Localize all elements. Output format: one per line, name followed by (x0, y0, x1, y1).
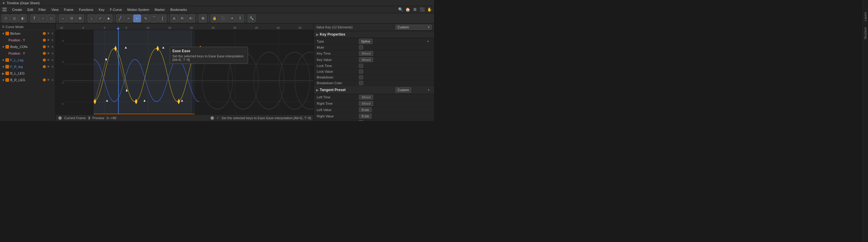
text-up-btn[interactable]: A↑ (179, 15, 187, 22)
fcurve-mode-label: F-Curve Mode (0, 24, 56, 30)
grid-btn[interactable]: ⊠ (199, 15, 207, 22)
view-btn-3[interactable]: ◧ (19, 15, 27, 22)
fl-leg-controls: 👁 S (43, 58, 54, 62)
bichon-pos-eye[interactable]: 👁 (46, 38, 50, 42)
mute-checkbox[interactable] (359, 45, 363, 50)
menu-edit[interactable]: Edit (25, 7, 36, 12)
menu-marker[interactable]: Marker (152, 7, 167, 12)
move-btn[interactable]: ↔ (59, 15, 67, 22)
body-pos-s[interactable]: S (51, 52, 54, 55)
menu-view[interactable]: View (49, 7, 61, 12)
right-value-value[interactable]: 0 cm (359, 114, 372, 118)
type-select[interactable]: Spline (359, 38, 373, 44)
expand-fr-leg[interactable]: ▼ (1, 64, 5, 69)
bichon-eye[interactable]: 👁 (46, 32, 50, 35)
hand-icon[interactable]: ✋ (426, 6, 433, 13)
tree-item-bichon[interactable]: ▼ Bichon 👁 S (0, 30, 56, 37)
ease-ease-btn[interactable]: ⌐ (133, 15, 141, 22)
left-value-value[interactable]: 0 cm (359, 107, 372, 112)
key-props-header[interactable]: ▶ Key Properties (314, 31, 434, 38)
menu-key[interactable]: Key (96, 7, 107, 12)
menu-bookmarks[interactable]: Bookmarks (168, 7, 189, 12)
expand-icon-bichon[interactable]: ▼ (1, 31, 5, 35)
smooth-btn[interactable]: ∿ (142, 15, 150, 22)
text-btn[interactable]: T (30, 15, 38, 22)
view-btn-2[interactable]: ◫ (10, 15, 18, 22)
expand-bl-leg[interactable]: ▶ (1, 71, 5, 76)
right-time-value[interactable]: Mixed (359, 101, 373, 106)
menu-fcurve[interactable]: F-Curve (107, 7, 124, 12)
bichon-pos-s[interactable]: S (51, 38, 54, 42)
breakdown-color-checkbox[interactable] (359, 81, 363, 85)
linear-btn[interactable]: ╱ (116, 15, 124, 22)
body-pos-dot (43, 52, 46, 55)
tree-item-br-leg[interactable]: ▼ B_R_LEG 👁 S (0, 77, 56, 83)
tree-item-fr-leg[interactable]: ▼ F_R_leg 👁 S (0, 63, 56, 70)
graph-area[interactable]: 8 4 0 -4 (56, 30, 313, 114)
menu-filter[interactable]: Filter (36, 7, 48, 12)
tangent-preset-header[interactable]: ▶ Tangent Preset Custom (314, 86, 434, 94)
br-leg-eye[interactable]: 👁 (46, 78, 50, 82)
pivot-btn[interactable]: ↕ (88, 15, 96, 22)
tree-item-bl-leg[interactable]: ▶ B_L_LEG (0, 70, 56, 77)
fr-leg-dot (43, 65, 46, 68)
menu-frame[interactable]: Frame (61, 7, 76, 12)
scale-btn[interactable]: ⊡ (67, 15, 75, 22)
key-value-value[interactable]: Mixed (359, 57, 373, 62)
body-eye[interactable]: 👁 (46, 45, 50, 49)
anchor-btn[interactable]: ↧ (236, 15, 244, 22)
value-key-custom[interactable]: Custom (396, 25, 432, 30)
lock-tangent-btn[interactable]: ⇥ (227, 15, 236, 22)
fr-leg-s[interactable]: S (51, 65, 54, 69)
menu-functions[interactable]: Functions (76, 7, 96, 12)
body-pos-eye[interactable]: 👁 (46, 52, 50, 55)
lock-btn[interactable]: 🔒 (211, 15, 218, 22)
expand-icon-body[interactable]: ▼ (1, 45, 5, 49)
fr-leg-eye[interactable]: 👁 (46, 65, 50, 69)
search-icon[interactable]: 🔍 (397, 6, 404, 13)
bichon-s[interactable]: S (51, 32, 54, 35)
fl-leg-eye[interactable]: 👁 (46, 58, 50, 62)
rotate-btn[interactable]: ⊞ (76, 15, 84, 22)
menu-motion[interactable]: Motion System (125, 7, 152, 12)
ruler-mark-40: 40 (277, 26, 280, 29)
lock-value-checkbox[interactable] (359, 70, 363, 74)
expand-br-leg[interactable]: ▼ (1, 78, 5, 82)
bezier-btn[interactable]: ∫ (158, 15, 166, 22)
breakdown-checkbox[interactable] (359, 75, 363, 79)
circle-btn[interactable]: ○ (39, 15, 47, 22)
text-a-btn[interactable]: A (170, 15, 178, 22)
ruler-mark-10: 10 (147, 26, 150, 29)
tangent-preset-select[interactable]: Custom (396, 87, 411, 92)
menu-create[interactable]: Create (10, 7, 24, 12)
wrench-btn[interactable]: 🔧 (248, 15, 255, 22)
br-leg-s[interactable]: S (51, 78, 54, 82)
view-btn-1[interactable]: ⬡ (2, 15, 10, 22)
expand-btn[interactable]: ⤢ (96, 15, 104, 22)
expand-fl-leg[interactable]: ▼ (1, 58, 5, 62)
body-s[interactable]: S (51, 45, 54, 49)
key-time-value[interactable]: Mixed (359, 51, 373, 56)
fl-leg-s[interactable]: S (51, 58, 54, 62)
left-time-value[interactable]: Mixed (359, 95, 373, 100)
lock-tangent-angles-checkbox[interactable] (359, 120, 363, 121)
lock-time-checkbox[interactable] (359, 64, 363, 68)
type-dropdown-wrapper: Spline (359, 38, 431, 44)
external-icon[interactable]: ⬛ (419, 6, 426, 13)
spline-btn[interactable]: ⌒ (150, 15, 158, 22)
tree-item-body-con[interactable]: ▼ Body_CON- 👁 S (0, 44, 56, 50)
key-time-label: Key Time (317, 52, 359, 55)
move-group: ↔ ⊡ ⊞ (59, 15, 84, 22)
tree-item-fl-leg[interactable]: ▼ F_L_Leg 👁 S (0, 57, 56, 63)
unlock-btn[interactable]: ⬛ (219, 15, 227, 22)
tree-item-bichon-pos-y[interactable]: Position . Y 👁 S (0, 37, 56, 44)
hamburger-menu[interactable] (1, 7, 8, 13)
ease-in-btn[interactable]: ⌐ (125, 15, 133, 22)
tree-item-body-pos-y[interactable]: Position . Y 👁 S (0, 50, 56, 57)
home-icon[interactable]: 🏠 (404, 6, 411, 13)
rect-btn[interactable]: □ (47, 15, 55, 22)
square-btn[interactable]: ■ (104, 15, 113, 22)
settings-icon[interactable]: ⚙ (412, 6, 418, 13)
text-down-btn[interactable]: A↓ (187, 15, 195, 22)
ruler[interactable]: -10 -5 0 3 5 10 15 20 25 30 35 40 45 50 … (56, 24, 313, 30)
